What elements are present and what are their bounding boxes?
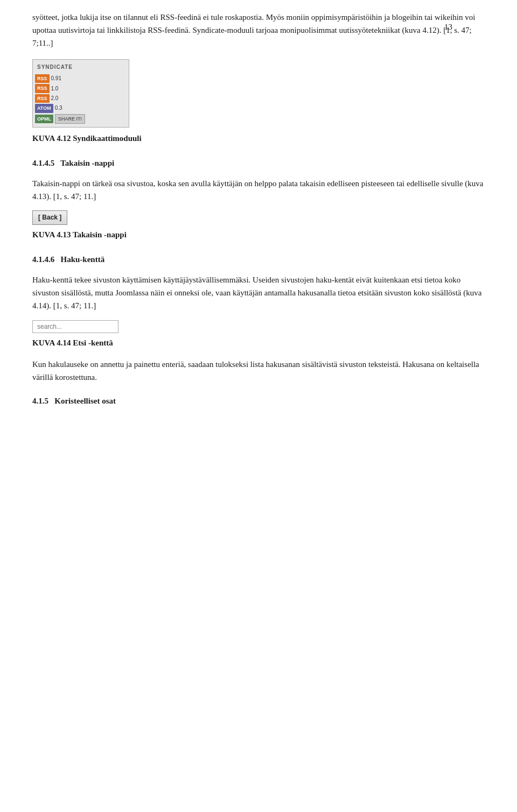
section-415-heading: 4.1.4.5 Takaisin -nappi [32,157,485,170]
section-415-main-heading: 4.1.5 Koristeelliset osat [32,394,485,407]
syndicate-row-opml: OPML SHARE IT! [35,114,127,124]
rss-10-version: 1.0 [51,84,59,93]
rss-badge: RSS [35,74,50,83]
rss-091-version: 0.91 [51,74,61,83]
opml-badge: OPML [35,115,53,123]
figure-412-caption: KUVA 4.12 Syndikaattimoduuli [32,132,485,145]
syndicate-row-atom: ATOM 0.3 [35,104,127,112]
section-416-body1: Haku-kenttä tekee sivuston käyttämisen k… [32,273,485,312]
syndicate-title: SYNDICATE [35,62,127,73]
page-number: 13 [444,20,452,33]
rss-badge-20: RSS [35,94,50,103]
atom-version: 0.3 [55,104,62,112]
share-button[interactable]: SHARE IT! [55,114,85,124]
back-button[interactable]: [ Back ] [32,210,67,225]
figure-413-caption: KUVA 4.13 Takaisin -nappi [32,228,485,241]
atom-badge: ATOM [35,104,53,112]
section-415-body: Takaisin-nappi on tärkeä osa sivustoa, k… [32,177,485,203]
rss-20-version: 2.0 [51,94,59,103]
figure-413: [ Back ] [32,210,485,225]
syndicate-row-rss10: RSS 1.0 [35,84,127,93]
section-416-heading: 4.1.4.6 Haku-kenttä [32,253,485,266]
figure-414-caption: KUVA 4.14 Etsi -kenttä [32,336,485,349]
figure-412: SYNDICATE RSS 0.91 RSS 1.0 RSS 2.0 ATOM … [32,59,485,128]
rss-badge-10: RSS [35,84,50,93]
search-input[interactable] [32,320,118,333]
figure-414 [32,320,485,333]
section-416-body2: Kun hakulauseke on annettu ja painettu e… [32,358,485,384]
syndicate-module: SYNDICATE RSS 0.91 RSS 1.0 RSS 2.0 ATOM … [32,59,129,128]
syndicate-row-rss091: RSS 0.91 [35,74,127,83]
syndicate-row-rss20: RSS 2.0 [35,94,127,103]
intro-paragraph: syötteet, jotka lukija itse on tilannut … [32,11,485,50]
